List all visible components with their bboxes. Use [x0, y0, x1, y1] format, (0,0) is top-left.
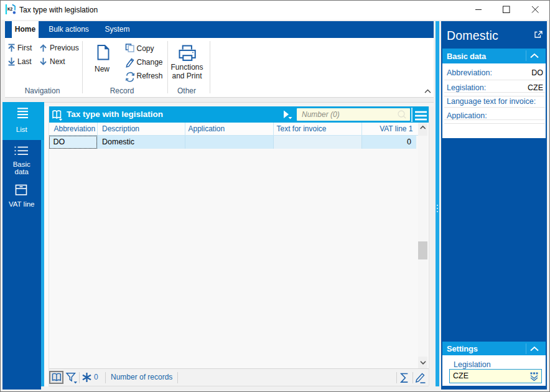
svg-text:K2: K2	[7, 7, 12, 11]
